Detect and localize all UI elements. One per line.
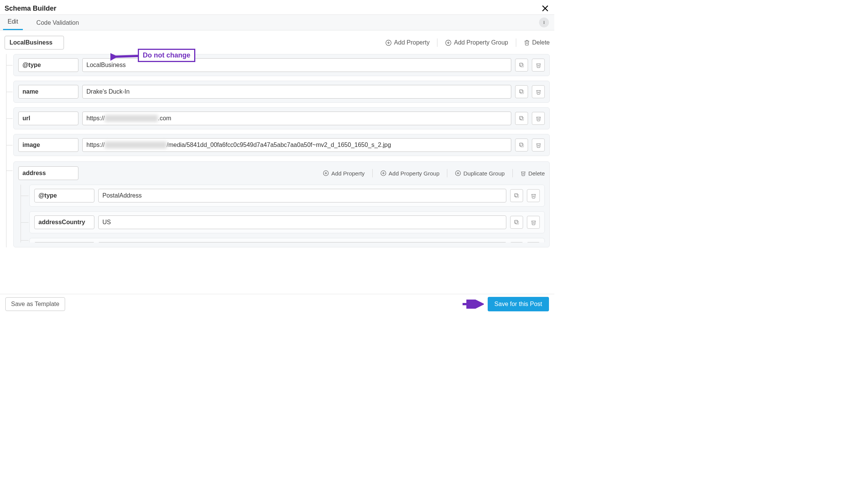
action-label: Duplicate Group [463, 170, 504, 177]
group-add-property-group-button[interactable]: Add Property Group [380, 170, 439, 177]
plus-circle-icon [445, 40, 452, 46]
delete-row-button[interactable] [527, 216, 540, 229]
svg-rect-13 [520, 90, 523, 93]
duplicate-icon [519, 115, 525, 121]
delete-button[interactable]: Delete [524, 39, 550, 46]
close-button[interactable] [541, 4, 550, 13]
duplicate-button[interactable] [515, 59, 528, 72]
trash-icon [520, 171, 526, 176]
property-row: name Drake's Duck-In [6, 81, 550, 103]
tab-bar: Edit Code Validation [0, 14, 554, 30]
property-group: address Add Property Add Property Group [6, 161, 550, 247]
duplicate-button[interactable] [510, 189, 523, 202]
group-actions: Add Property Add Property Group Duplicat… [323, 169, 545, 177]
svg-rect-10 [520, 64, 523, 67]
trash-icon [531, 193, 536, 199]
trash-icon [536, 89, 541, 95]
info-button[interactable] [539, 18, 549, 27]
schema-top-actions: Add Property Add Property Group Delete [385, 38, 550, 47]
property-key-input[interactable]: image [18, 138, 78, 152]
group-add-property-button[interactable]: Add Property [323, 170, 365, 177]
group-key-input[interactable]: address [18, 166, 78, 180]
duplicate-button[interactable] [515, 112, 528, 125]
property-key-input[interactable]: addressCountry [34, 215, 94, 229]
delete-row-button[interactable] [532, 139, 545, 151]
value-prefix: https:// [86, 115, 105, 121]
save-as-template-button[interactable]: Save as Template [5, 297, 65, 311]
trash-icon [536, 116, 541, 121]
add-property-group-button[interactable]: Add Property Group [445, 39, 508, 46]
main-content: LocalBusiness Add Property Add Property … [0, 30, 554, 293]
svg-rect-27 [515, 194, 519, 198]
svg-rect-16 [520, 144, 523, 147]
duplicate-button[interactable] [510, 216, 523, 229]
property-value-input[interactable]: US [98, 215, 506, 229]
delete-row-button[interactable] [527, 189, 540, 202]
duplicate-icon [519, 62, 525, 68]
annotation-arrow-icon [461, 300, 484, 309]
delete-row-button[interactable] [532, 112, 545, 125]
duplicate-button[interactable] [515, 139, 528, 151]
property-value-input[interactable]: Drake's Duck-In [82, 85, 511, 99]
property-key-input[interactable]: url [18, 112, 78, 125]
delete-row-button[interactable] [532, 85, 545, 98]
add-property-button[interactable]: Add Property [385, 39, 429, 46]
property-row: image https://██████████████/media/5841d… [6, 134, 550, 156]
schema-tree: @type LocalBusiness name Drake's Duck-In [6, 54, 550, 247]
tab-edit[interactable]: Edit [3, 15, 23, 30]
dialog-title: Schema Builder [5, 5, 56, 13]
action-label: Delete [528, 170, 545, 177]
property-row: url https://████████████.com [6, 107, 550, 129]
property-key-input[interactable]: @type [34, 189, 94, 202]
plus-circle-icon [385, 40, 392, 46]
property-value-input[interactable]: https://██████████████/media/5841dd_00fa… [82, 138, 511, 152]
property-key-input[interactable]: @type [18, 58, 78, 72]
info-icon [541, 20, 547, 25]
divider [516, 38, 516, 47]
trash-icon [531, 220, 536, 225]
svg-point-2 [544, 21, 544, 22]
value-suffix: .com [158, 115, 171, 121]
duplicate-icon [514, 219, 520, 225]
trash-icon [524, 40, 530, 46]
duplicate-icon [519, 89, 525, 95]
divider [447, 169, 447, 177]
svg-rect-14 [520, 117, 523, 120]
redacted-text: ██████████████ [105, 142, 167, 148]
plus-circle-icon [380, 170, 386, 176]
duplicate-icon [514, 193, 520, 199]
divider [372, 169, 373, 177]
dialog-footer: Save as Template Save for this Post [0, 294, 554, 314]
property-key-input[interactable] [34, 242, 94, 242]
property-value-input[interactable]: PostalAddress [98, 189, 506, 202]
trash-icon [536, 142, 541, 148]
redacted-text: ████████████ [105, 115, 158, 122]
tab-code-validation[interactable]: Code Validation [32, 16, 84, 30]
delete-row-button[interactable] [532, 59, 545, 72]
divider [512, 169, 513, 177]
duplicate-button[interactable] [515, 85, 528, 98]
group-duplicate-button[interactable]: Duplicate Group [455, 170, 504, 177]
dialog-header: Schema Builder [0, 0, 554, 14]
svg-rect-17 [520, 143, 523, 146]
group-subtree: @type PostalAddress addressCountry US [21, 185, 545, 242]
close-icon [541, 5, 549, 12]
schema-top-toolbar: LocalBusiness Add Property Add Property … [5, 36, 550, 49]
svg-rect-29 [515, 221, 519, 224]
property-row: @type PostalAddress [21, 185, 545, 207]
duplicate-button[interactable] [510, 242, 523, 242]
group-delete-button[interactable]: Delete [520, 170, 545, 177]
schema-root-type[interactable]: LocalBusiness [5, 36, 64, 49]
add-property-label: Add Property [394, 39, 429, 46]
property-value-input[interactable]: https://████████████.com [82, 112, 511, 125]
svg-rect-30 [515, 220, 518, 223]
add-property-group-label: Add Property Group [454, 39, 508, 46]
save-for-this-post-button[interactable]: Save for this Post [488, 297, 549, 311]
property-row [21, 238, 545, 242]
property-row: addressCountry US [21, 211, 545, 233]
property-value-input[interactable] [98, 242, 506, 242]
property-key-input[interactable]: name [18, 85, 78, 99]
plus-circle-icon [323, 170, 329, 176]
delete-row-button[interactable] [527, 242, 540, 242]
action-label: Add Property Group [389, 170, 439, 177]
